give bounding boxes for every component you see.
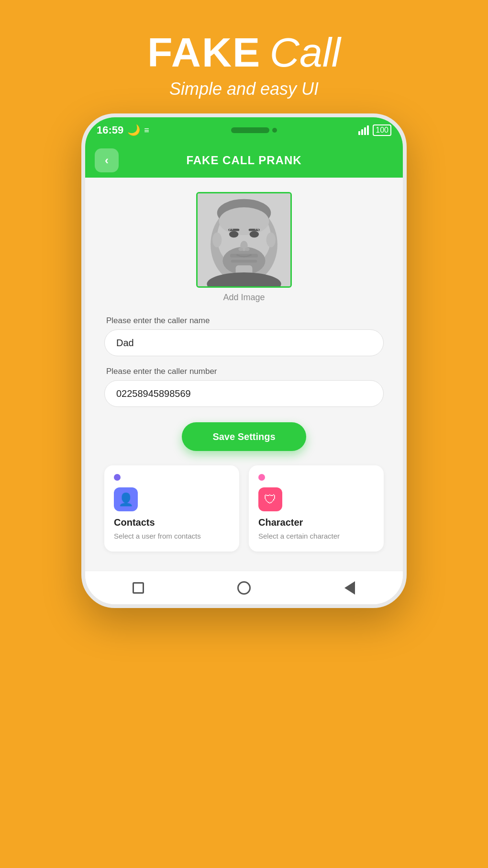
svg-point-14: [245, 248, 250, 251]
top-nav: ‹ FAKE CALL PRANK: [85, 143, 403, 178]
nav-title: FAKE CALL PRANK: [186, 154, 301, 167]
save-settings-button[interactable]: Save Settings: [182, 422, 306, 451]
triangle-icon: [344, 581, 355, 595]
contacts-icon: 👤: [118, 492, 133, 507]
add-image-label: Add Image: [223, 293, 265, 303]
save-button-wrap: Save Settings: [104, 422, 384, 451]
note-icon: ≡: [144, 125, 149, 135]
time-display: 16:59: [97, 124, 123, 136]
recent-button[interactable]: [341, 579, 358, 597]
svg-point-4: [219, 207, 269, 235]
notch-pill: [231, 127, 269, 133]
contacts-card[interactable]: 👤 Contacts Select a user from contacts: [104, 465, 239, 552]
avatar-frame[interactable]: [196, 192, 292, 288]
contacts-description: Select a user from contacts: [114, 531, 230, 541]
status-center: [231, 127, 277, 133]
character-dot: [258, 474, 265, 481]
back-nav-button[interactable]: [235, 579, 253, 597]
phone-shell: 16:59 🌙 ≡ 100 ‹ FAKE CALL PRANK: [81, 113, 407, 608]
bottom-nav: [85, 571, 403, 604]
title-call: Call: [270, 29, 341, 75]
battery-value: 100: [376, 126, 388, 135]
svg-point-16: [266, 232, 276, 247]
cards-row: 👤 Contacts Select a user from contacts 🛡…: [104, 465, 384, 552]
status-right: 100: [358, 124, 391, 136]
app-subtitle: Simple and easy UI: [147, 79, 341, 99]
avatar-image: [198, 192, 290, 288]
status-bar: 16:59 🌙 ≡ 100: [85, 117, 403, 143]
character-card[interactable]: 🛡 Character Select a certain character: [249, 465, 384, 552]
camera-dot: [272, 128, 277, 133]
svg-point-15: [212, 232, 222, 247]
moon-icon: 🌙: [127, 124, 140, 136]
contacts-title: Contacts: [114, 517, 230, 528]
phone-body: Add Image Please enter the caller name P…: [85, 178, 403, 571]
number-label: Please enter the caller number: [106, 367, 384, 376]
name-field-group: Please enter the caller name: [104, 316, 384, 367]
character-description: Select a certain character: [258, 531, 374, 541]
square-icon: [133, 582, 144, 594]
svg-point-13: [238, 248, 243, 251]
back-arrow-icon: ‹: [105, 154, 109, 167]
save-button-label: Save Settings: [212, 431, 275, 442]
caller-number-input[interactable]: [104, 380, 384, 407]
circle-icon: [237, 581, 251, 595]
contacts-icon-wrap: 👤: [114, 487, 138, 511]
app-header: FAKE Call Simple and easy UI: [147, 0, 341, 99]
number-field-group: Please enter the caller number: [104, 367, 384, 417]
name-label: Please enter the caller name: [106, 316, 384, 326]
character-title: Character: [258, 517, 374, 528]
signal-bars: [358, 125, 369, 135]
avatar-section[interactable]: Add Image: [104, 192, 384, 303]
back-button[interactable]: ‹: [95, 148, 119, 172]
caller-name-input[interactable]: [104, 329, 384, 356]
contacts-dot: [114, 474, 121, 481]
title-fake: FAKE: [147, 29, 261, 75]
status-left: 16:59 🌙 ≡: [97, 124, 149, 136]
svg-rect-7: [231, 260, 257, 263]
svg-point-9: [250, 231, 259, 238]
character-icon-wrap: 🛡: [258, 487, 282, 511]
home-button[interactable]: [130, 579, 147, 597]
character-icon: 🛡: [264, 492, 277, 507]
battery-icon: 100: [373, 124, 391, 136]
svg-point-8: [229, 231, 238, 238]
